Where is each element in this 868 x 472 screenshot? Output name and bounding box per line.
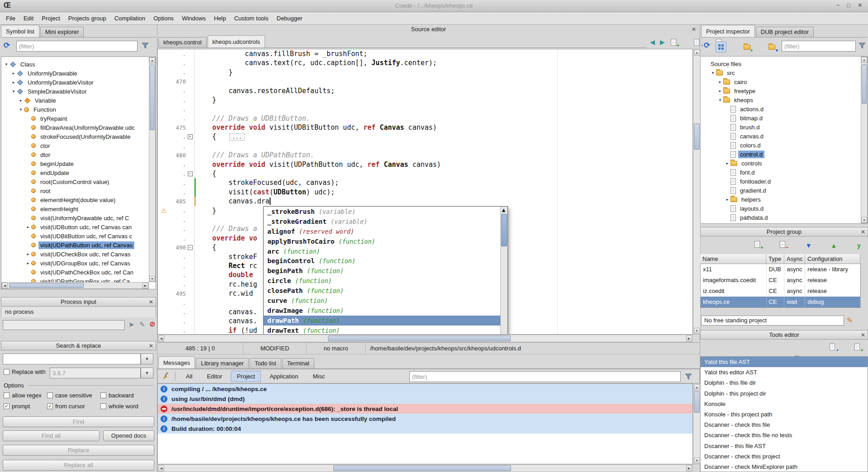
kill-process-icon[interactable] — [149, 320, 155, 328]
tab-library-manager[interactable]: Library manager — [196, 358, 249, 368]
add-tool-icon[interactable]: + — [853, 341, 864, 352]
scrollbar-thumb[interactable] — [694, 391, 700, 413]
expand-icon[interactable]: ▸ — [25, 252, 31, 256]
file-item[interactable]: colors.d — [701, 141, 868, 150]
tool-item-konsole[interactable]: Konsole — [701, 399, 868, 409]
message-row[interactable]: i/home/basile/dev/projects/kheops/kheops… — [158, 414, 693, 424]
view-mode-grid-icon[interactable] — [716, 42, 726, 52]
file-item[interactable]: ▸controls — [701, 159, 868, 168]
expand-icon[interactable]: ▸ — [18, 98, 24, 103]
filter-toggle-misc[interactable]: Misc — [307, 371, 331, 382]
tab-todo-list[interactable]: Todo list — [250, 358, 281, 368]
menu-project[interactable]: Project — [38, 13, 64, 24]
message-filter-input[interactable] — [409, 371, 681, 382]
files-vscrollbar[interactable] — [861, 57, 868, 223]
symbol-item[interactable]: ▸UniformlyDrawableVisitor — [1, 78, 156, 87]
scrollbar-thumb[interactable] — [150, 65, 155, 130]
symbol-item[interactable]: ▸visit(UDGroupBox udc, ref Canvas — [1, 259, 156, 268]
file-item[interactable]: canvas.d — [701, 132, 868, 141]
replace-button[interactable]: Replace — [3, 445, 154, 456]
sync-folder-icon[interactable]: ▾ — [768, 42, 778, 52]
code-line[interactable]: 485 canvas.dra — [158, 197, 693, 206]
filter-toggle-editor[interactable]: Editor — [201, 371, 228, 382]
symbol-item[interactable]: ctor — [1, 141, 156, 150]
code-line[interactable]: . — [158, 104, 693, 113]
file-item[interactable]: ▸helpers — [701, 195, 868, 204]
menu-options[interactable]: Options — [149, 13, 178, 24]
tool-item-dolphin-this-project-dir[interactable]: Dolphin - this project dir — [701, 388, 868, 399]
find-all-button[interactable]: Find all — [3, 430, 100, 441]
file-item[interactable]: layouts.d — [701, 204, 868, 213]
code-line[interactable]: . canvas.fillBrush = _brushFont; — [158, 49, 693, 58]
fold-box[interactable]: − — [188, 245, 193, 250]
file-item[interactable]: Source files — [701, 59, 868, 68]
filter-toggle-project[interactable]: Project — [231, 371, 261, 382]
tab-terminal[interactable]: Terminal — [282, 358, 314, 368]
code-line[interactable]: . canvas.restoreAllDefaults; — [158, 86, 693, 95]
tab-project-inspector[interactable]: Project inspector — [701, 25, 755, 37]
file-item[interactable]: brush.d — [701, 123, 868, 132]
replace-dropdown-icon[interactable] — [141, 368, 153, 378]
checkbox-backward[interactable]: backward — [100, 392, 150, 399]
file-item[interactable]: font.d — [701, 168, 868, 177]
scrollbar-thumb[interactable] — [862, 64, 867, 104]
close-panel-icon[interactable] — [861, 330, 865, 340]
doc-tab-kheops-udcontrols[interactable]: kheops.udcontrols — [208, 35, 266, 47]
file-item[interactable]: fontloader.d — [701, 177, 868, 186]
code-line[interactable]: . override void visit(UDPathButton udc, … — [158, 160, 693, 169]
add-folder-icon[interactable]: + — [743, 42, 754, 52]
send-input-icon[interactable] — [128, 321, 134, 329]
fold-toggle-icon[interactable]: − — [186, 245, 194, 250]
search-input[interactable] — [3, 354, 141, 364]
code-line[interactable]: 475 override void visit(UDBitButton udc,… — [158, 123, 693, 132]
collapse-icon[interactable]: ▾ — [710, 71, 716, 75]
checkbox-whole-word[interactable]: whole word — [100, 403, 150, 410]
code-line[interactable]: . strokeFocused(udc, canvas); — [158, 178, 693, 187]
search-dropdown-icon[interactable] — [141, 354, 153, 364]
message-row[interactable]: iBuild duration: 00:00:04 — [158, 424, 693, 434]
maximize-button[interactable] — [847, 2, 850, 9]
symbol-item[interactable]: root — [1, 186, 156, 195]
remove-project-icon[interactable]: − — [778, 239, 789, 250]
checkbox-from-cursor[interactable]: ✓from cursor — [47, 403, 100, 410]
code-line[interactable]: .− { — [158, 169, 693, 178]
file-item[interactable]: control.d — [701, 150, 868, 159]
find-button[interactable]: Find — [3, 416, 154, 427]
minimize-button[interactable] — [836, 2, 840, 9]
filter-toggle-all[interactable]: All — [180, 371, 198, 382]
menu-custom-tools[interactable]: Custom tools — [230, 13, 273, 24]
completion-item[interactable]: applyBrushToCairo(function) — [264, 236, 500, 246]
expand-icon[interactable]: ▸ — [25, 261, 31, 265]
column-header-async[interactable]: Async — [784, 254, 805, 264]
scrollbar-thumb[interactable] — [333, 465, 511, 471]
edit-input-icon[interactable] — [139, 321, 145, 329]
completion-scrollbar[interactable] — [500, 207, 508, 335]
completion-item[interactable]: alignof(reserved word) — [264, 227, 500, 236]
symbol-item[interactable]: beginUpdate — [1, 159, 156, 168]
menu-projects-group[interactable]: Projects group — [64, 13, 110, 24]
completion-item[interactable]: closePath(function) — [264, 286, 500, 296]
expand-icon[interactable]: ▸ — [724, 197, 730, 202]
tool-item-konsole-this-project-path[interactable]: Konsole - this project path — [701, 409, 868, 420]
fold-box[interactable]: + — [188, 134, 193, 139]
column-header-type[interactable]: Type — [766, 254, 784, 264]
symbol-item[interactable]: ▸visit(UDCheckBox udc, ref Canvas — [1, 250, 156, 259]
scrollbar-thumb[interactable] — [328, 335, 511, 341]
messages-vscrollbar[interactable] — [693, 383, 701, 464]
menu-file[interactable]: File — [2, 13, 19, 24]
menu-edit[interactable]: Edit — [19, 13, 38, 24]
message-row[interactable]: iusing /usr/bin/dmd (dmd) — [158, 394, 693, 404]
code-line[interactable]: . visit(cast(UDButton) udc); — [158, 188, 693, 197]
clear-filter-icon[interactable] — [141, 42, 149, 51]
menu-compilation[interactable]: Compilation — [110, 13, 150, 24]
completion-item[interactable]: drawImage(function) — [264, 306, 500, 316]
collapse-icon[interactable]: ▾ — [10, 89, 17, 94]
code-line[interactable]: . } — [158, 95, 693, 104]
collapse-icon[interactable]: ▾ — [717, 98, 723, 102]
completion-item[interactable]: _strokeGradient(variable) — [264, 217, 500, 227]
checkbox-prompt[interactable]: ✓prompt — [4, 403, 47, 410]
async-mode-icon[interactable] — [854, 240, 864, 251]
replace-all-button[interactable]: Replace all — [3, 460, 154, 471]
move-project-down-icon[interactable] — [803, 240, 814, 251]
symbol-item[interactable]: root(CustomControl value) — [1, 177, 156, 186]
